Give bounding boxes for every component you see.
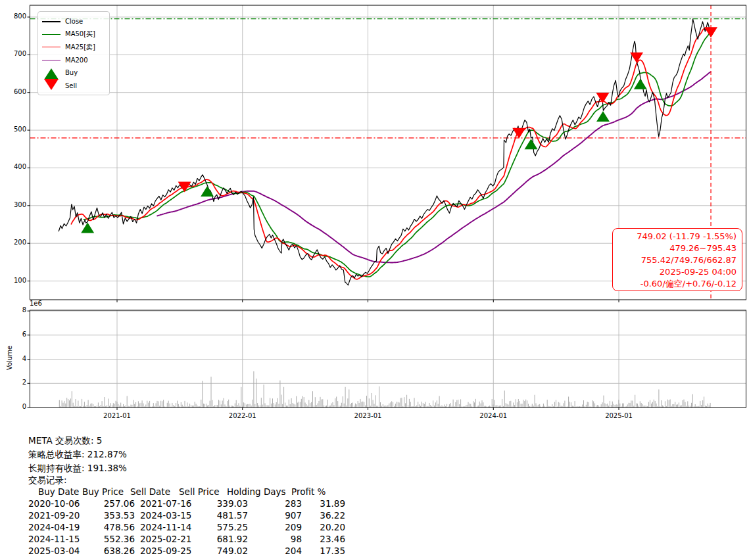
- buy-marker: [525, 139, 538, 149]
- hold-return-line: 长期持有收益: 191.38%: [28, 463, 127, 475]
- trade-cell: 2025-09-25: [140, 546, 197, 556]
- legend-marker-swatch-wrap: [42, 82, 60, 90]
- trade-cell: 2025-02-21: [140, 534, 197, 544]
- legend-line-swatch: [42, 60, 60, 60]
- annotation-line: -0.60/偏空/+0.76/-0.12: [618, 278, 737, 290]
- price-ytick-label: 200: [0, 239, 26, 246]
- x-tick-label: 2022-01: [223, 412, 262, 419]
- legend-line-swatch-wrap: [42, 60, 60, 60]
- buy-triangle-icon: [44, 68, 59, 80]
- trade-cell: 20.20: [302, 522, 345, 532]
- trades-header-cell: Holding Days: [227, 486, 286, 497]
- trade-cell: 638.26: [87, 546, 135, 556]
- trade-cell: 23.46: [302, 534, 345, 544]
- trade-cell: 2024-04-19: [28, 522, 87, 532]
- trade-cell: 2024-11-15: [28, 534, 87, 544]
- trades-header-cell: Profit %: [291, 486, 326, 497]
- price-ytick-label: 300: [0, 201, 26, 208]
- trade-record-title: 交易记录:: [28, 475, 67, 486]
- trade-cell: 552.36: [87, 534, 135, 544]
- legend-marker-swatch-wrap: [42, 68, 60, 77]
- trade-cell: 907: [248, 510, 302, 521]
- legend-label: MA200: [65, 57, 88, 64]
- price-ytick-label: 100: [0, 277, 26, 284]
- trades-header-cell: Buy Price: [82, 486, 124, 497]
- legend-label: Sell: [65, 82, 77, 89]
- legend-label: MA50[买]: [65, 30, 95, 39]
- buy-marker: [634, 79, 647, 89]
- volume-ytick-label: 4: [0, 355, 26, 362]
- annotation-line: 749.02 (-11.79 -1.55%): [618, 231, 737, 243]
- legend-line-swatch: [42, 21, 60, 22]
- trade-cell: 2021-07-16: [140, 498, 197, 509]
- buy-marker: [596, 111, 610, 122]
- x-tick-label: 2023-01: [349, 412, 388, 419]
- legend-item: MA25[卖]: [42, 41, 105, 54]
- volume-ytick-label: 0: [0, 403, 26, 410]
- sell-marker: [704, 27, 717, 37]
- legend-label: MA25[卖]: [65, 43, 95, 52]
- annotation-line: 2025-09-25 04:00: [618, 266, 737, 278]
- price-ytick-label: 600: [0, 88, 26, 95]
- strategy-chart-page: 100200300400500600700800024682021-012022…: [0, 0, 749, 560]
- price-annotation-box: 749.02 (-11.79 -1.55%)479.26~795.43755.4…: [612, 228, 742, 291]
- sell-triangle-icon: [44, 79, 59, 90]
- legend-line-swatch-wrap: [42, 21, 60, 22]
- trades-header-cell: Buy Date: [38, 486, 79, 497]
- trade-cell: 749.02: [197, 546, 248, 556]
- legend-line-swatch: [42, 47, 60, 47]
- price-ytick-label: 700: [0, 50, 26, 57]
- legend-item: Buy: [42, 66, 105, 80]
- buy-marker: [201, 186, 214, 197]
- price-ytick-label: 800: [0, 12, 26, 20]
- sell-marker: [630, 53, 643, 63]
- strategy-return-line: 策略总收益率: 212.87%: [28, 449, 127, 461]
- annotation-line: 479.26~795.43: [618, 243, 737, 254]
- trade-cell: 575.25: [197, 522, 248, 532]
- trade-cell: 2020-10-06: [28, 498, 87, 509]
- trade-cell: 2024-11-14: [140, 522, 197, 532]
- annotation-line: 755.42/749.76/662.87: [618, 254, 737, 266]
- volume-ytick-label: 6: [0, 331, 26, 338]
- trade-cell: 478.56: [87, 522, 135, 532]
- price-volume-chart: [0, 0, 749, 431]
- volume-ytick-label: 8: [0, 306, 26, 314]
- trade-cell: 2025-03-04: [28, 546, 87, 556]
- legend-item: Close: [42, 15, 105, 28]
- trade-cell: 681.92: [197, 534, 248, 544]
- trade-cell: 353.53: [87, 510, 135, 521]
- volume-panel-frame: [30, 310, 746, 408]
- trade-cell: 481.57: [197, 510, 248, 521]
- chart-legend: CloseMA50[买]MA25[卖]MA200BuySell: [37, 11, 110, 95]
- legend-line-swatch: [42, 34, 60, 35]
- trade-cell: 31.89: [302, 498, 345, 509]
- trades-header-cell: Sell Date: [130, 486, 170, 497]
- legend-item: Sell: [42, 80, 105, 93]
- legend-line-swatch-wrap: [42, 47, 60, 47]
- legend-item: MA200: [42, 54, 105, 67]
- legend-label: Buy: [65, 69, 78, 76]
- price-ytick-label: 500: [0, 126, 26, 133]
- trade-cell: 283: [248, 498, 302, 509]
- trade-cell: 17.35: [302, 546, 345, 556]
- trade-cell: 209: [248, 522, 302, 532]
- trade-cell: 257.06: [87, 498, 135, 509]
- trade-cell: 2024-03-15: [140, 510, 197, 521]
- x-tick-label: 2025-01: [599, 412, 639, 419]
- volume-axis-title: Volume: [6, 312, 13, 404]
- legend-item: MA50[买]: [42, 28, 105, 41]
- trade-cell: 98: [248, 534, 302, 544]
- trade-count-line: META 交易次数: 5: [28, 435, 102, 447]
- trade-cell: 339.03: [197, 498, 248, 509]
- legend-line-swatch-wrap: [42, 34, 60, 35]
- sell-marker: [512, 128, 525, 139]
- trade-cell: 2021-09-20: [28, 510, 87, 521]
- volume-ytick-label: 2: [0, 379, 26, 386]
- volume-scale-offset-label: 1e6: [30, 300, 42, 307]
- price-ytick-label: 400: [0, 163, 26, 170]
- legend-label: Close: [65, 18, 83, 25]
- trades-header-cell: Sell Price: [179, 486, 220, 497]
- x-tick-label: 2024-01: [473, 412, 513, 419]
- x-tick-label: 2021-01: [97, 412, 137, 419]
- trade-cell: 36.22: [302, 510, 345, 521]
